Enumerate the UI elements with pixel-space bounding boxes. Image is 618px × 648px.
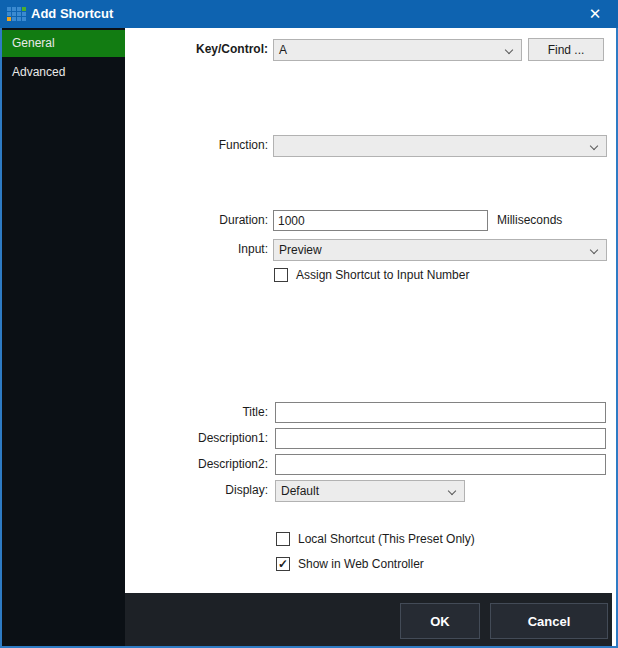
assign-input-number-label: Assign Shortcut to Input Number [296,267,469,283]
local-shortcut-label: Local Shortcut (This Preset Only) [298,531,475,547]
web-controller-checkbox[interactable]: ✓ [276,557,290,571]
close-icon[interactable]: ✕ [578,0,612,28]
ok-button[interactable]: OK [400,603,480,639]
duration-input[interactable] [273,210,488,231]
sidebar: General Advanced [2,28,125,646]
checkmark-icon: ✓ [278,557,288,571]
display-label: Display: [130,480,268,501]
cancel-button[interactable]: Cancel [490,603,608,639]
web-controller-label: Show in Web Controller [298,556,424,572]
assign-input-number-checkbox[interactable]: ✓ [274,268,288,282]
input-label: Input: [130,239,268,260]
milliseconds-label: Milliseconds [497,210,562,231]
display-dropdown[interactable]: Default [275,480,465,502]
tab-advanced[interactable]: Advanced [2,59,125,86]
titlebar[interactable]: Add Shortcut ✕ [0,0,618,28]
tab-general[interactable]: General [2,30,125,57]
local-shortcut-checkbox[interactable]: ✓ [276,532,290,546]
description2-label: Description2: [130,454,268,475]
key-control-dropdown[interactable]: A [273,39,522,61]
chevron-down-icon [590,142,598,150]
key-control-label: Key/Control: [130,39,268,60]
duration-label: Duration: [130,210,268,231]
description1-label: Description1: [130,428,268,449]
chevron-down-icon [590,246,598,254]
display-value: Default [281,484,319,498]
function-dropdown[interactable] [273,135,607,157]
window-title: Add Shortcut [31,0,113,28]
input-value: Preview [279,243,322,257]
input-dropdown[interactable]: Preview [273,239,607,261]
description2-input[interactable] [275,454,606,475]
description1-input[interactable] [275,428,606,449]
function-label: Function: [130,135,268,156]
chevron-down-icon [448,487,456,495]
add-shortcut-dialog: Add Shortcut ✕ General Advanced Key/Cont… [0,0,618,648]
find-button[interactable]: Find ... [528,38,604,61]
key-control-value: A [279,43,287,57]
title-label: Title: [130,402,268,423]
chevron-down-icon [505,46,513,54]
app-logo-icon [7,7,26,21]
title-input[interactable] [275,402,606,423]
